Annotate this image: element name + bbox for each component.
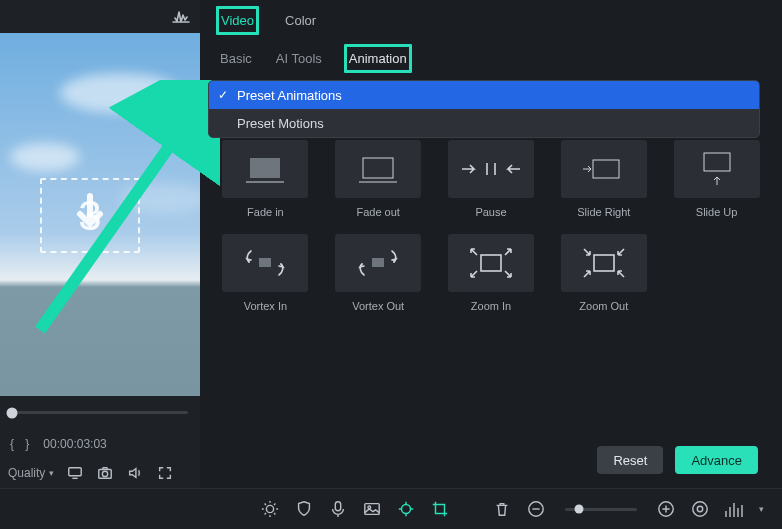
- brightness-icon[interactable]: [261, 500, 279, 518]
- animation-label: Slide Right: [577, 206, 630, 218]
- fullscreen-icon[interactable]: [156, 464, 174, 482]
- tab-video[interactable]: Video: [216, 6, 259, 35]
- reset-button[interactable]: Reset: [597, 446, 663, 474]
- animation-label: Slide Up: [696, 206, 738, 218]
- svg-point-12: [266, 505, 273, 512]
- tab-color[interactable]: Color: [283, 9, 318, 32]
- preview-drop-target: 3: [40, 178, 140, 253]
- animation-type-dropdown[interactable]: Preset Animations Preset Motions: [208, 80, 760, 138]
- svg-rect-7: [259, 258, 271, 267]
- svg-point-2: [103, 472, 108, 477]
- animation-slide-right[interactable]: Slide Right: [556, 140, 651, 218]
- animation-label: Zoom In: [471, 300, 511, 312]
- crop-icon[interactable]: [431, 500, 449, 518]
- svg-rect-6: [704, 153, 730, 171]
- quality-dropdown[interactable]: Quality ▾: [8, 466, 54, 480]
- animation-label: Fade out: [356, 206, 399, 218]
- animation-vortex-in[interactable]: Vortex In: [218, 234, 313, 312]
- chevron-down-icon: ▾: [49, 468, 54, 478]
- animation-label: Fade in: [247, 206, 284, 218]
- animation-label: Vortex Out: [352, 300, 404, 312]
- animation-label: Vortex In: [244, 300, 287, 312]
- inspector-panel: Video Color Basic AI Tools Animation Pre…: [200, 0, 782, 488]
- trash-icon[interactable]: [493, 500, 511, 518]
- zoom-in-icon[interactable]: [657, 500, 675, 518]
- svg-rect-0: [69, 468, 81, 476]
- svg-rect-14: [365, 504, 379, 515]
- svg-rect-3: [250, 158, 280, 178]
- target-icon[interactable]: [397, 500, 415, 518]
- svg-rect-4: [363, 158, 393, 178]
- timeline-toolbar: ▾: [0, 488, 782, 529]
- animation-fade-out[interactable]: Fade out: [331, 140, 426, 218]
- animation-label: Pause: [475, 206, 506, 218]
- mic-icon[interactable]: [329, 500, 347, 518]
- svg-rect-8: [372, 258, 384, 267]
- display-icon[interactable]: [66, 464, 84, 482]
- svg-rect-13: [335, 502, 340, 511]
- svg-point-19: [693, 502, 707, 516]
- preview-scrubber[interactable]: [0, 396, 200, 429]
- shield-icon[interactable]: [295, 500, 313, 518]
- dropdown-option-preset-animations[interactable]: Preset Animations: [209, 81, 759, 109]
- svg-rect-10: [594, 255, 614, 271]
- chevron-down-icon[interactable]: ▾: [759, 504, 764, 514]
- markers-icon[interactable]: { }: [10, 437, 33, 451]
- svg-point-20: [697, 506, 702, 511]
- zoom-out-icon[interactable]: [527, 500, 545, 518]
- volume-icon[interactable]: [126, 464, 144, 482]
- animation-pause[interactable]: Pause: [444, 140, 539, 218]
- timecode: 00:00:03:03: [43, 437, 106, 451]
- waveform-icon[interactable]: [172, 8, 190, 26]
- subtab-animation[interactable]: Animation: [344, 44, 412, 73]
- svg-point-16: [402, 505, 411, 514]
- svg-rect-9: [481, 255, 501, 271]
- zoom-slider[interactable]: [565, 508, 637, 511]
- quality-label: Quality: [8, 466, 45, 480]
- animation-slide-up[interactable]: Slide Up: [669, 140, 764, 218]
- snapshot-icon[interactable]: [96, 464, 114, 482]
- animation-vortex-out[interactable]: Vortex Out: [331, 234, 426, 312]
- subtab-basic[interactable]: Basic: [218, 47, 254, 70]
- animation-fade-in[interactable]: Fade in: [218, 140, 313, 218]
- svg-rect-5: [593, 160, 619, 178]
- image-icon[interactable]: [363, 500, 381, 518]
- animation-grid: Fade in Fade out Pause Slide Right Slide: [218, 140, 764, 312]
- overlay-number: 3: [78, 192, 101, 240]
- dropdown-option-preset-motions[interactable]: Preset Motions: [209, 109, 759, 137]
- animation-label: Zoom Out: [579, 300, 628, 312]
- subtab-ai-tools[interactable]: AI Tools: [274, 47, 324, 70]
- equalizer-icon[interactable]: [725, 501, 743, 517]
- animation-zoom-in[interactable]: Zoom In: [444, 234, 539, 312]
- advance-button[interactable]: Advance: [675, 446, 758, 474]
- preview-viewport[interactable]: 3: [0, 33, 200, 396]
- preview-panel: 3 { } 00:00:03:03 Quality ▾: [0, 0, 200, 488]
- animation-zoom-out[interactable]: Zoom Out: [556, 234, 651, 312]
- fit-icon[interactable]: [691, 500, 709, 518]
